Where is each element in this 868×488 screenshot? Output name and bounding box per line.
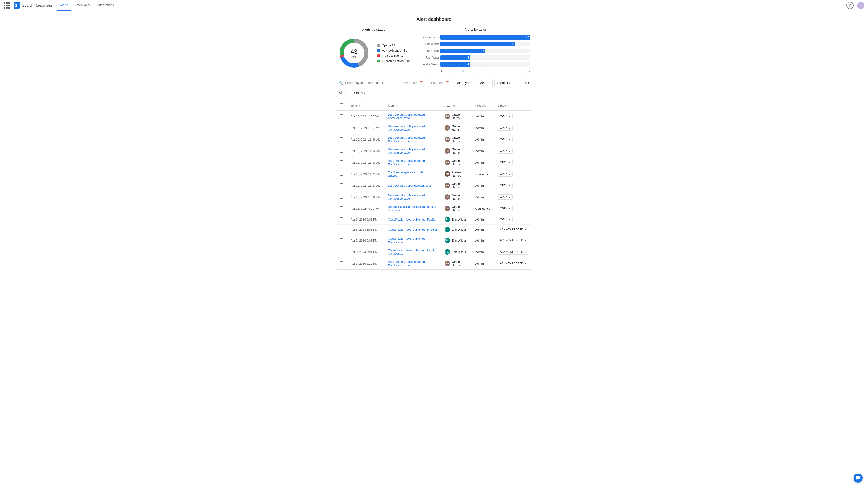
header-status[interactable]: Status ⇅ bbox=[494, 101, 532, 111]
status-filter[interactable]: Status ▾ bbox=[351, 89, 368, 97]
alert-link[interactable]: Data security policy deleted: Test bbox=[388, 184, 431, 187]
row-status[interactable]: OPEN▾ bbox=[494, 122, 532, 134]
row-alert[interactable]: Classification level published: Public bbox=[384, 215, 441, 225]
row-status[interactable]: ACKNOWLEDGED▾ bbox=[494, 235, 532, 246]
row-alert[interactable]: Data security policy updated: Confluence… bbox=[384, 191, 441, 203]
alert-link[interactable]: Data security policy updated: Confluence… bbox=[388, 148, 426, 154]
row-status[interactable]: ACKNOWLEDGED▾ bbox=[494, 246, 532, 258]
alert-link[interactable]: Data security policy updated: Confluence… bbox=[388, 194, 426, 200]
row-status[interactable]: ACKNOWLEDGED▾ bbox=[494, 258, 532, 269]
alert-link[interactable]: Classification level published: Confiden… bbox=[388, 237, 426, 244]
alert-type-filter[interactable]: Alert type ▾ bbox=[454, 79, 475, 87]
header-actor[interactable]: Actor ⇅ bbox=[441, 101, 472, 111]
actor-avatar: GH bbox=[445, 113, 450, 119]
row-alert[interactable]: Data security policy updated: Confluence… bbox=[384, 134, 441, 145]
row-status[interactable]: OPEN▾ bbox=[494, 157, 532, 168]
status-badge[interactable]: OPEN▾ bbox=[498, 148, 513, 154]
nav-alerts[interactable]: Alerts bbox=[57, 0, 71, 11]
app-grid-icon[interactable] bbox=[4, 2, 10, 8]
row-checkbox-6[interactable] bbox=[340, 184, 343, 187]
row-alert[interactable]: Default classification level decreased f… bbox=[384, 203, 441, 215]
legend-open-label: Open - 19 bbox=[382, 43, 395, 47]
row-checkbox-7[interactable] bbox=[340, 195, 343, 199]
alert-link[interactable]: Confluence spaces exported: 5 spaces bbox=[388, 170, 428, 177]
select-all-checkbox[interactable] bbox=[340, 103, 343, 107]
alert-link[interactable]: Data security policy updated: Confluence… bbox=[388, 159, 426, 166]
row-checkbox-5[interactable] bbox=[340, 172, 343, 175]
row-checkbox-13[interactable] bbox=[340, 261, 343, 265]
end-date-button[interactable]: End date 📅 bbox=[428, 79, 452, 87]
status-badge[interactable]: OPEN▾ bbox=[498, 113, 513, 119]
actor-avatar: GH bbox=[445, 261, 450, 266]
row-checkbox-1[interactable] bbox=[340, 126, 343, 129]
row-alert[interactable]: Classification level published: Confiden… bbox=[384, 235, 441, 246]
status-badge[interactable]: OPEN▾ bbox=[498, 217, 513, 222]
row-alert[interactable]: Data security policy updated: Confluence… bbox=[384, 258, 441, 269]
nav-integrations[interactable]: Integrations ▾ bbox=[95, 0, 119, 11]
row-status[interactable]: OPEN▾ bbox=[494, 191, 532, 203]
alert-link[interactable]: Data security policy updated: Confluence… bbox=[388, 136, 426, 143]
status-badge[interactable]: OPEN▾ bbox=[498, 194, 513, 200]
row-status[interactable]: OPEN▾ bbox=[494, 168, 532, 180]
status-badge[interactable]: ACKNOWLEDGED▾ bbox=[498, 227, 528, 232]
alert-link[interactable]: Data security policy updated: Confluence… bbox=[388, 125, 426, 131]
alert-link[interactable]: Default classification level decreased f… bbox=[388, 205, 436, 212]
status-text: OPEN bbox=[500, 195, 508, 199]
row-alert[interactable]: Data security policy updated: Confluence… bbox=[384, 122, 441, 134]
row-status[interactable]: OPEN▾ bbox=[494, 134, 532, 145]
product-filter[interactable]: Product ▾ bbox=[494, 79, 513, 87]
row-checkbox-2[interactable] bbox=[340, 137, 343, 141]
help-button[interactable]: ? bbox=[846, 2, 854, 9]
alert-link[interactable]: Data security policy updated: Confluence… bbox=[388, 260, 426, 267]
row-alert[interactable]: Data security policy updated: Confluence… bbox=[384, 111, 441, 122]
site-filter[interactable]: Site ▾ bbox=[336, 89, 349, 97]
status-badge[interactable]: OPEN▾ bbox=[498, 171, 513, 177]
row-alert[interactable]: Data security policy updated: Confluence… bbox=[384, 157, 441, 168]
status-badge[interactable]: OPEN▾ bbox=[498, 125, 513, 131]
row-status[interactable]: ACKNOWLEDGED▾ bbox=[494, 225, 532, 235]
row-checkbox-12[interactable] bbox=[340, 250, 343, 254]
alert-link[interactable]: Data security policy updated: Confluence… bbox=[388, 113, 426, 120]
row-checkbox-3[interactable] bbox=[340, 149, 343, 153]
row-checkbox-0[interactable] bbox=[340, 114, 343, 118]
status-badge[interactable]: OPEN▾ bbox=[498, 206, 513, 211]
row-checkbox-10[interactable] bbox=[340, 228, 343, 231]
status-badge[interactable]: ACKNOWLEDGED▾ bbox=[498, 238, 528, 243]
row-checkbox-4[interactable] bbox=[340, 160, 343, 164]
row-product: Admin bbox=[472, 258, 494, 269]
row-status[interactable]: OPEN▾ bbox=[494, 111, 532, 122]
nav-detections[interactable]: Detections ▾ bbox=[72, 0, 94, 11]
status-badge[interactable]: ACKNOWLEDGED▾ bbox=[498, 261, 528, 266]
row-alert[interactable]: Confluence spaces exported: 5 spaces bbox=[384, 168, 441, 180]
actor-filter[interactable]: Actor ▾ bbox=[477, 79, 493, 87]
user-avatar[interactable] bbox=[857, 2, 864, 9]
row-checkbox-11[interactable] bbox=[340, 238, 343, 242]
actor-cell: ARAndres Ramos bbox=[445, 170, 468, 177]
count-filter[interactable]: 15 ▾ bbox=[520, 79, 532, 87]
start-date-button[interactable]: Start date 📅 bbox=[401, 79, 426, 87]
alert-link[interactable]: Classification level published: Internal bbox=[388, 228, 437, 231]
header-time[interactable]: Time ⇅ bbox=[347, 101, 384, 111]
alert-link[interactable]: Classification level published: Highly C… bbox=[388, 249, 435, 255]
row-alert[interactable]: Classification level published: Highly C… bbox=[384, 246, 441, 258]
row-checkbox-8[interactable] bbox=[340, 206, 343, 210]
header-alert[interactable]: Alert ⇅ bbox=[384, 101, 441, 111]
row-alert[interactable]: Classification level published: Internal bbox=[384, 225, 441, 235]
row-status[interactable]: OPEN▾ bbox=[494, 203, 532, 215]
alert-type-chevron: ▾ bbox=[471, 82, 472, 84]
row-alert[interactable]: Data security policy updated: Confluence… bbox=[384, 145, 441, 157]
status-badge[interactable]: OPEN▾ bbox=[498, 137, 513, 142]
guard-logo-icon: G bbox=[13, 2, 20, 8]
row-status[interactable]: OPEN▾ bbox=[494, 180, 532, 191]
alerts-by-status-card: Alerts by status bbox=[336, 28, 411, 72]
status-badge[interactable]: OPEN▾ bbox=[498, 160, 513, 165]
search-box[interactable]: 🔍 bbox=[336, 79, 399, 87]
row-alert[interactable]: Data security policy deleted: Test bbox=[384, 180, 441, 191]
row-checkbox-9[interactable] bbox=[340, 217, 343, 221]
alert-link[interactable]: Classification level published: Public bbox=[388, 218, 435, 221]
status-badge[interactable]: OPEN▾ bbox=[498, 183, 513, 188]
search-input[interactable] bbox=[345, 81, 396, 85]
row-status[interactable]: OPEN▾ bbox=[494, 215, 532, 225]
row-status[interactable]: OPEN▾ bbox=[494, 145, 532, 157]
status-badge[interactable]: ACKNOWLEDGED▾ bbox=[498, 249, 528, 255]
